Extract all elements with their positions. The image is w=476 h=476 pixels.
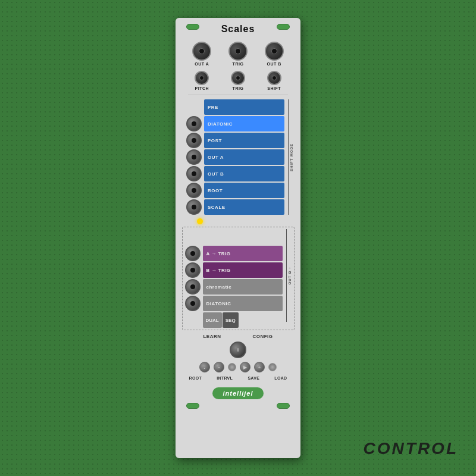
out-a-mode-btn-inner [192, 155, 196, 159]
shift-buttons-col [186, 99, 202, 215]
shift-mode-text: SHIFT MODE [290, 143, 293, 171]
pitch-jack-group: PITCH [195, 71, 209, 90]
nav-btn-plus[interactable]: + [254, 362, 265, 372]
outb-buttons-col [185, 229, 201, 311]
out-b-jack[interactable] [265, 42, 284, 61]
a-trig-btn-inner [190, 251, 195, 256]
outb-bracket-text: OUT B ↑ [288, 267, 292, 284]
out-a-jack-inner [199, 48, 205, 54]
out-a-label: OUT A [195, 62, 209, 66]
pitch-jack[interactable] [195, 71, 209, 85]
trig-out-label: TRIG [233, 62, 244, 66]
pre-label: PRE [204, 99, 284, 115]
outb-bracket-line [286, 229, 287, 322]
out-b-jack-inner [271, 48, 277, 54]
scale-mode-label: SCALE [204, 199, 284, 215]
b-trig-btn[interactable] [185, 262, 201, 278]
chromatic-btn[interactable] [185, 279, 201, 295]
nav-btn-note[interactable]: ♩ [199, 362, 210, 372]
output-jacks-row: OUT A TRIG OUT B [176, 42, 300, 66]
nav-btn-circle2[interactable] [268, 363, 277, 371]
nav-btn-minus[interactable]: − [214, 362, 224, 372]
outb-mode-label: OUT B [204, 166, 284, 181]
learn-config-row: LEARN CONFIG [176, 334, 300, 339]
diatonic2-btn[interactable] [185, 296, 201, 311]
diatonic-btn-inner [192, 121, 196, 126]
out-a-jack[interactable] [192, 42, 211, 61]
a-trig-btn[interactable] [185, 246, 201, 261]
outb-inner: A → TRIG B → TRIG chromatic DIATONIC DUA… [183, 229, 294, 328]
shift-bracket: SHIFT MODE [288, 99, 293, 215]
outb-labels-col: A → TRIG B → TRIG chromatic DIATONIC DUA… [203, 229, 283, 328]
out-a-mode-btn[interactable] [186, 149, 202, 165]
outb-bracket: OUT B ↑ [286, 229, 292, 322]
out-b-jack-group: OUT B [265, 42, 284, 66]
mount-holes-top: Scales [176, 24, 300, 39]
diatonic-btn[interactable] [186, 116, 202, 131]
b-trig-label: B → TRIG [203, 262, 283, 278]
nav-knob[interactable] [230, 342, 246, 358]
shift-jack-group: SHIFT [267, 71, 281, 90]
post-btn[interactable] [186, 133, 202, 148]
bottom-labels: ROOT INTRVL SAVE LOAD [176, 376, 300, 380]
intrvl-label: INTRVL [217, 376, 233, 380]
seq-label: SEQ [223, 312, 239, 328]
learn-label: LEARN [203, 334, 221, 339]
post-label: POST [204, 133, 284, 148]
mount-hole-right [277, 24, 290, 30]
shift-bracket-line [288, 99, 289, 215]
control-watermark: CONTROL [364, 439, 458, 458]
dual-label: DUAL [203, 312, 222, 328]
trig-in-jack-group: TRIG [231, 71, 245, 90]
status-led [197, 218, 203, 224]
nav-btn-circle[interactable] [228, 363, 236, 371]
mount-hole-bottom-left [186, 403, 199, 409]
diatonic2-btn-inner [190, 301, 195, 306]
shift-label: SHIFT [267, 86, 281, 90]
diatonic2-label: DIATONIC [203, 296, 283, 311]
trig-out-jack-group: TRIG [228, 42, 248, 66]
root-bottom-label: ROOT [189, 376, 202, 380]
bottom-section: intellijel [176, 384, 300, 411]
diatonic-label: DIATONIC [204, 116, 284, 131]
out-b-mode-btn[interactable] [186, 166, 202, 181]
trig-in-jack[interactable] [231, 71, 245, 85]
nav-knob-mark [237, 348, 239, 352]
root-mode-label: ROOT [204, 183, 284, 198]
post-btn-inner [192, 138, 196, 143]
outa-mode-label: OUT A [204, 149, 284, 165]
trig-in-label: TRIG [233, 86, 244, 90]
scale-mode-btn-inner [192, 205, 196, 209]
trig-in-jack-inner [236, 76, 240, 80]
mount-hole-bottom-right [277, 403, 290, 409]
save-label: SAVE [248, 376, 259, 380]
scale-mode-btn[interactable] [186, 199, 202, 215]
chromatic-label: chromatic [203, 279, 283, 295]
module-title: Scales [221, 24, 255, 35]
root-mode-btn-inner [192, 188, 196, 193]
shift-jack[interactable] [267, 71, 281, 85]
input-jacks-row: PITCH TRIG SHIFT [176, 71, 300, 90]
trig-out-jack-inner [235, 48, 241, 54]
load-label: LOAD [274, 376, 287, 380]
out-b-label: OUT B [267, 62, 281, 66]
mount-holes-bottom [176, 403, 300, 409]
config-label: CONFIG [252, 334, 273, 339]
out-b-mode-btn-inner [192, 171, 196, 176]
divider-1 [188, 95, 288, 95]
pitch-jack-inner [199, 76, 204, 80]
nav-knob-container [230, 342, 246, 358]
mount-hole-left [186, 24, 199, 30]
trig-out-jack[interactable] [228, 42, 248, 61]
shift-jack-inner [272, 76, 277, 80]
brand-logo: intellijel [223, 390, 253, 397]
nav-btn-play[interactable]: ▶ [240, 362, 250, 372]
a-trig-label: A → TRIG [203, 246, 283, 261]
out-a-jack-group: OUT A [192, 42, 211, 66]
module-panel: Scales OUT A TRIG OUT B [176, 18, 300, 458]
pitch-label: PITCH [195, 86, 209, 90]
nav-buttons-row: ♩ − ▶ + [176, 362, 300, 372]
root-mode-btn[interactable] [186, 183, 202, 198]
dual-seq-row: DUAL SEQ [203, 312, 283, 328]
shift-mode-section: PRE DIATONIC POST OUT A OUT B ROOT SCALE… [176, 99, 300, 215]
